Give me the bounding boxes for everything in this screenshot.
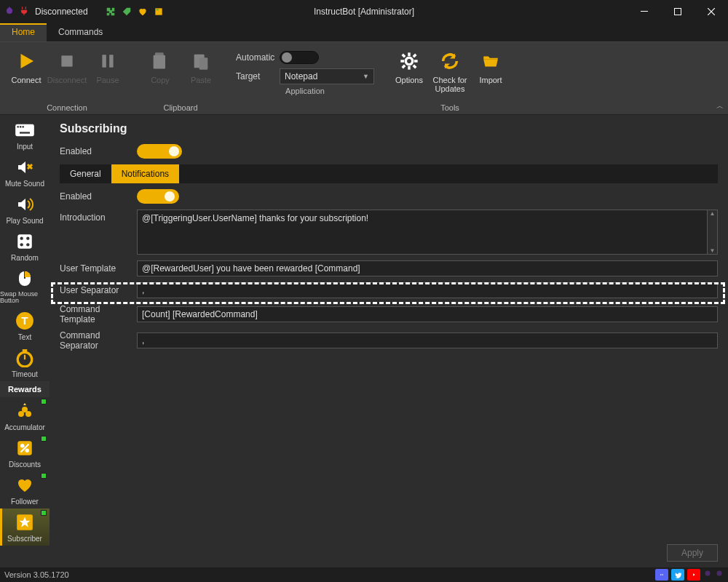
mouse-icon (16, 268, 33, 290)
svg-rect-22 (17, 126, 19, 127)
notifications-enabled-toggle[interactable] (137, 189, 179, 204)
maximize-button[interactable] (661, 0, 695, 23)
folder-icon (480, 48, 502, 74)
copy-button: Copy (140, 45, 181, 84)
youtube-icon[interactable] (687, 569, 700, 581)
app-icon (4, 6, 15, 18)
group-clipboard-label: Clipboard (163, 101, 197, 114)
svg-point-0 (7, 7, 12, 13)
svg-rect-24 (23, 126, 24, 127)
svg-rect-26 (17, 234, 32, 249)
sidebar: Input Mute Sound Play Sound Random Swap … (0, 115, 50, 567)
sidebar-item-discounts[interactable]: Discounts (0, 434, 50, 471)
svg-point-30 (26, 243, 29, 246)
menu-tabs: Home Commands (0, 23, 728, 42)
sidebar-item-text[interactable]: T Text (0, 307, 50, 344)
command-separator-label: Command Separator (60, 330, 137, 351)
target-label: Target (236, 71, 280, 81)
svg-line-19 (403, 65, 405, 68)
keyboard-icon (15, 119, 35, 141)
svg-rect-9 (154, 55, 165, 69)
import-button[interactable]: Import (470, 45, 511, 84)
minimize-button[interactable] (628, 0, 661, 23)
svg-point-39 (22, 407, 28, 412)
svg-rect-3 (641, 11, 648, 12)
status-indicator-icon (41, 510, 47, 516)
user-separator-label: User Separator (60, 285, 137, 295)
svg-text:T: T (21, 314, 28, 327)
svg-rect-7 (109, 55, 113, 67)
svg-point-27 (20, 237, 23, 240)
check-updates-button[interactable]: Check for Updates (430, 45, 470, 93)
svg-rect-23 (20, 126, 21, 127)
twitter-icon[interactable] (671, 569, 684, 581)
connection-status: Disconnected (35, 7, 88, 17)
sidebar-item-input[interactable]: Input (0, 116, 50, 154)
pause-button: Pause (87, 45, 128, 84)
user-template-input[interactable] (137, 260, 718, 276)
app-small-icon[interactable] (703, 569, 712, 581)
plug-icon (19, 6, 29, 18)
crowd-icon (15, 400, 35, 422)
heart-yellow-icon[interactable] (138, 7, 148, 17)
enabled-label: Enabled (60, 146, 137, 156)
puzzle-green-icon[interactable] (106, 7, 116, 17)
tab-general[interactable]: General (60, 164, 111, 183)
status-indicator-icon (41, 473, 47, 479)
sidebar-item-timeout[interactable]: Timeout (0, 344, 50, 381)
command-separator-input[interactable] (137, 332, 718, 348)
percent-icon (15, 437, 34, 459)
sidebar-item-accumulator[interactable]: Accumulator (0, 397, 50, 434)
disconnect-button: Disconnect (47, 45, 87, 84)
sidebar-item-follower[interactable]: Follower (0, 471, 50, 509)
group-tools-label: Tools (440, 101, 459, 114)
stop-icon (58, 48, 76, 74)
scrollbar[interactable]: ▲▼ (708, 210, 718, 255)
close-button[interactable] (695, 0, 728, 23)
target-value: Notepad (285, 71, 317, 81)
options-button[interactable]: Options (389, 45, 430, 84)
dice-icon (15, 231, 34, 252)
automatic-label: Automatic (236, 52, 280, 63)
star-icon (15, 511, 34, 533)
tab-home[interactable]: Home (0, 23, 47, 41)
tag-green-icon[interactable] (122, 7, 132, 17)
status-indicator-icon (41, 436, 47, 442)
svg-rect-11 (199, 57, 208, 69)
svg-rect-5 (61, 55, 72, 66)
command-template-input[interactable] (137, 306, 718, 322)
svg-rect-25 (20, 132, 30, 133)
svg-point-28 (26, 237, 29, 240)
svg-line-17 (403, 55, 405, 57)
app-small-icon[interactable] (715, 569, 724, 581)
sidebar-item-play-sound[interactable]: Play Sound (0, 191, 50, 228)
connect-button[interactable]: Connect (6, 45, 47, 84)
mute-icon (15, 156, 35, 178)
sidebar-section-rewards[interactable]: Rewards (0, 381, 50, 397)
user-separator-input[interactable] (137, 282, 718, 298)
automatic-toggle[interactable] (280, 51, 319, 64)
inner-tabs: General Notifications (60, 164, 718, 183)
apply-button[interactable]: Apply (667, 544, 718, 562)
gear-icon (399, 48, 419, 74)
sidebar-item-mute-sound[interactable]: Mute Sound (0, 154, 50, 191)
svg-point-12 (405, 57, 412, 64)
introduction-input[interactable] (137, 210, 708, 255)
sidebar-item-random[interactable]: Random (0, 228, 50, 265)
discord-icon[interactable] (655, 569, 668, 581)
svg-rect-6 (102, 55, 106, 67)
ribbon-collapse-button[interactable]: ︿ (716, 101, 724, 111)
note-yellow-icon[interactable] (154, 7, 164, 17)
sidebar-item-subscriber[interactable]: Subscriber (0, 509, 50, 546)
notifications-enabled-label: Enabled (60, 191, 137, 202)
tab-notifications[interactable]: Notifications (111, 164, 179, 183)
target-select[interactable]: Notepad ▼ (280, 68, 374, 84)
sidebar-item-swap-mouse[interactable]: Swap Mouse Button (0, 265, 50, 307)
version-label: Version 3.05.1720 (4, 570, 69, 579)
tab-commands[interactable]: Commands (47, 23, 114, 41)
status-indicator-icon (41, 399, 47, 404)
paste-icon (191, 48, 211, 74)
svg-point-46 (717, 571, 722, 576)
subscribing-enabled-toggle[interactable] (137, 144, 182, 159)
pause-icon (98, 48, 117, 74)
